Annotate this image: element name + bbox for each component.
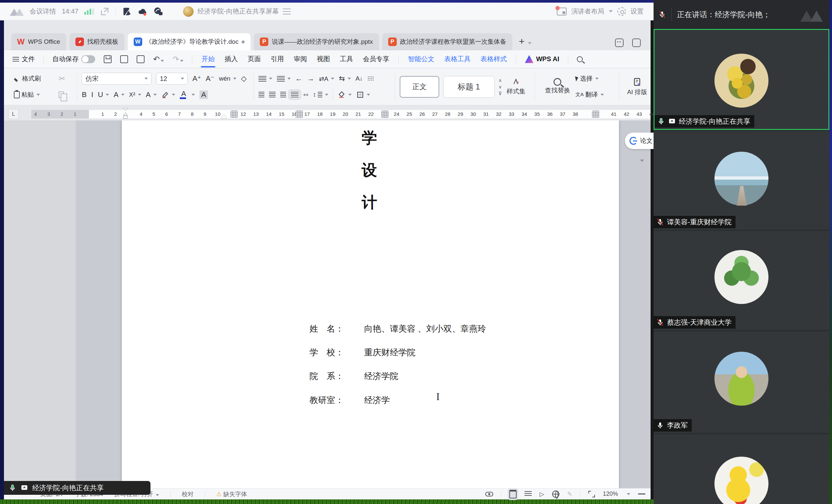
fullscreen-play-icon[interactable]: ▷ [540, 491, 544, 498]
tab-list-caret-icon[interactable] [528, 42, 532, 45]
participant-tile[interactable]: 谭美容-重庆财经学院 [654, 131, 829, 230]
clear-format-button[interactable]: ◇ [241, 74, 246, 83]
tab-ppt-lecture[interactable]: P 说课——政治经济学的研究对象.pptx [254, 33, 379, 50]
tab-ppt-alliance[interactable]: P 政治经济学课程教学联盟第一次集体备 [382, 33, 512, 50]
zoom-caret-icon[interactable] [627, 493, 630, 495]
copy-button[interactable] [59, 91, 64, 98]
meeting-details-button[interactable]: 会议详情 [30, 7, 56, 16]
missing-font-warning[interactable]: ⚠ 缺失字体 [216, 490, 247, 498]
bold-button[interactable]: B [82, 90, 86, 99]
menu-smart-docs[interactable]: 智能公文 [407, 51, 435, 67]
distribute-button[interactable]: ⇿ [303, 91, 309, 99]
char-shading-button[interactable]: A [200, 90, 208, 99]
select-button[interactable]: 选择 [575, 74, 599, 83]
menu-view[interactable]: 视图 [316, 51, 331, 67]
phonetic-guide-button[interactable]: wén [219, 75, 236, 82]
eye-protect-icon[interactable] [485, 492, 493, 497]
hanging-indent-marker[interactable] [221, 114, 227, 118]
proofread-button[interactable]: 校对 [182, 490, 193, 498]
menu-review[interactable]: 审阅 [293, 51, 308, 67]
tab-doc-teaching-design[interactable]: W 《政治经济学》导论教学设计.doc [128, 33, 251, 50]
ink-icon[interactable]: ✎ [567, 491, 572, 498]
menu-reference[interactable]: 引用 [270, 51, 284, 67]
layout-caret-icon[interactable] [609, 10, 613, 12]
print-preview-icon[interactable] [137, 55, 145, 63]
menu-page[interactable]: 页面 [247, 51, 261, 67]
cloud-recording-icon[interactable] [138, 7, 148, 17]
style-set-button[interactable]: 样式集 [502, 71, 530, 102]
menu-table-style[interactable]: 表格样式 [480, 51, 508, 67]
shading-bucket-button[interactable] [338, 91, 352, 99]
table-column-marker[interactable] [592, 111, 599, 118]
underline-button[interactable]: U [98, 90, 109, 99]
menu-home[interactable]: 开始 [201, 51, 215, 67]
document-page[interactable]: 学 设 计 姓 名： 向艳、谭美容 、刘小双、章燕玲 学 校： 重庆财经学院 院… [122, 120, 619, 488]
highlight-pen-button[interactable] [161, 91, 175, 99]
superscript-button[interactable]: X² [129, 91, 141, 99]
bullet-list-button[interactable] [258, 76, 272, 82]
justify-button[interactable] [291, 92, 298, 97]
zoom-level[interactable]: 120% [603, 491, 618, 497]
participant-tile[interactable]: 李政军 [654, 331, 829, 433]
translate-button[interactable]: 文A翻译 [575, 90, 604, 99]
show-marks-icon[interactable] [367, 76, 374, 81]
workspace-panel-icon[interactable] [632, 38, 641, 47]
decrease-indent-button[interactable]: ← [295, 74, 303, 83]
assistant-icon[interactable] [615, 38, 624, 47]
paste-button[interactable]: 粘贴 [14, 90, 40, 99]
settings-button[interactable]: 设置 [630, 7, 644, 16]
strikethrough-button[interactable]: A [113, 90, 125, 99]
align-left-button[interactable] [258, 92, 264, 97]
tab-wps-office[interactable]: W WPS Office [11, 33, 66, 50]
menu-tools[interactable]: 工具 [339, 51, 354, 67]
fit-page-icon[interactable] [588, 491, 595, 497]
menu-member-exclusive[interactable]: 会员专享 [362, 51, 390, 67]
font-size-select[interactable]: 12 [156, 73, 188, 85]
format-painter-button[interactable]: 格式刷 [14, 74, 41, 83]
cut-button[interactable]: ✂ [59, 74, 65, 83]
popout-icon[interactable] [100, 7, 110, 17]
undo-button[interactable]: ↶ [153, 55, 164, 64]
style-heading-1[interactable]: 标题 1 [443, 76, 495, 98]
borders-button[interactable] [356, 91, 370, 99]
italic-button[interactable]: I [91, 90, 93, 99]
participant-tile-partial[interactable] [654, 434, 829, 504]
increase-indent-button[interactable]: → [307, 74, 314, 83]
align-center-button[interactable] [269, 92, 276, 97]
document-canvas[interactable]: 学 设 计 姓 名： 向艳、谭美容 、刘小双、章燕玲 学 校： 重庆财经学院 院… [4, 120, 651, 488]
paper-tools-pill[interactable]: 论文 [625, 133, 654, 149]
menu-insert[interactable]: 插入 [224, 51, 238, 67]
style-normal[interactable]: 正文 [400, 76, 439, 98]
save-icon[interactable] [104, 55, 112, 63]
numbered-list-button[interactable] [277, 76, 291, 82]
autosave-toggle[interactable] [81, 55, 95, 63]
increase-font-button[interactable]: A⁺ [192, 74, 201, 83]
speaker-layout-button[interactable]: 演讲者布局 [571, 7, 604, 16]
live-broadcast-icon[interactable] [153, 7, 163, 17]
participant-tile-sharer[interactable]: 经济学院-向艳正在共享 [654, 29, 829, 130]
line-spacing-button[interactable]: ↕ [313, 91, 329, 99]
tab-docer-templates[interactable]: 找稻壳模板 [70, 33, 125, 50]
find-replace-button[interactable]: 查找替换 [540, 71, 575, 102]
sort-button[interactable]: A↓ [356, 75, 363, 82]
participant-tile[interactable]: 蔡志强-天津商业大学 [654, 231, 829, 330]
outline-view-icon[interactable] [524, 491, 532, 497]
table-column-marker[interactable] [231, 111, 238, 118]
decrease-font-button[interactable]: A⁻ [206, 74, 214, 83]
share-toolbar-toggle-icon[interactable] [283, 8, 291, 15]
ai-layout-button[interactable]: AI 排版 [624, 71, 651, 102]
new-tab-button[interactable]: + [519, 36, 525, 47]
tab-stop-selector[interactable]: L [8, 109, 19, 119]
indent-marker[interactable] [123, 108, 128, 120]
network-signal-icon[interactable] [84, 8, 94, 15]
table-column-marker[interactable] [381, 111, 389, 118]
wrap-button[interactable]: ⇆ [339, 74, 350, 83]
web-view-icon[interactable] [552, 491, 560, 498]
autosave-control[interactable]: 自动保存 [52, 55, 95, 63]
font-color-button[interactable]: A [180, 90, 186, 99]
menu-table-tools[interactable]: 表格工具 [443, 51, 471, 67]
font-name-select[interactable]: 仿宋 [82, 73, 152, 85]
file-menu[interactable]: 文件 [12, 55, 35, 63]
print-icon[interactable] [120, 55, 128, 63]
annotation-off-icon[interactable] [122, 7, 132, 17]
